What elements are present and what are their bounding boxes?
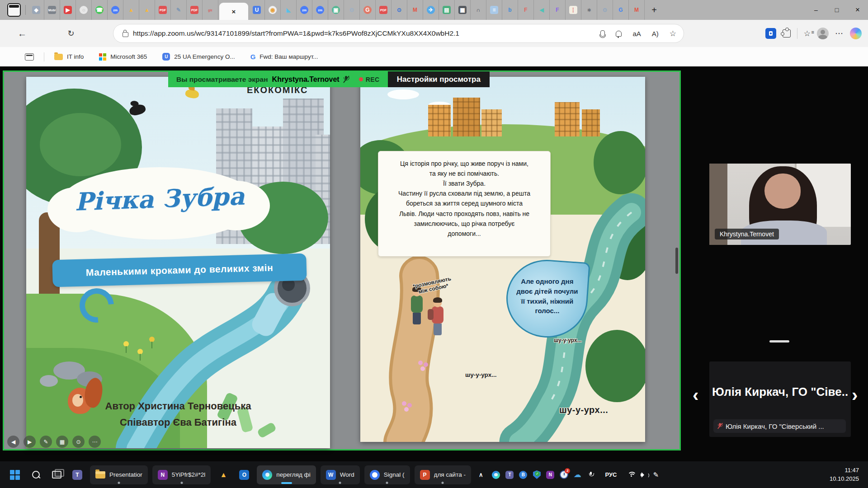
- copilot-icon[interactable]: [850, 28, 862, 39]
- defender-tray-icon[interactable]: ✓: [530, 465, 543, 484]
- tray-overflow-chevron[interactable]: ∧: [474, 471, 488, 478]
- new-tab-button[interactable]: +: [647, 3, 661, 17]
- google-drive-tab[interactable]: ▲: [139, 0, 155, 20]
- search-taskbar-button[interactable]: [26, 465, 45, 484]
- outlook-taskbar-button[interactable]: O: [235, 465, 254, 484]
- taskbar-clock[interactable]: 11:47 10.10.2025: [830, 466, 863, 483]
- notifications-icon[interactable]: [616, 31, 622, 37]
- edge-tray-icon[interactable]: [489, 465, 503, 484]
- figma-tab[interactable]: F: [550, 0, 566, 20]
- translate-icon[interactable]: aA: [632, 30, 641, 38]
- voice-search-icon[interactable]: [600, 30, 605, 37]
- zoom-meeting-tab[interactable]: ×: [219, 3, 248, 20]
- zoom-tab[interactable]: zm: [312, 0, 328, 20]
- classroom-tab[interactable]: G: [360, 0, 376, 20]
- tab-workspaces-icon[interactable]: [7, 3, 21, 17]
- extensions-icon[interactable]: [783, 29, 791, 38]
- onenote-doc-taskbar-button[interactable]: N5YiPfr$2#*2l: [152, 465, 211, 484]
- refresh-button[interactable]: ↻: [64, 27, 78, 40]
- gmail-tab[interactable]: M: [407, 0, 423, 20]
- minimize-button[interactable]: –: [806, 0, 826, 20]
- back-button[interactable]: ←: [15, 27, 29, 40]
- zoom-tab[interactable]: zm: [297, 0, 312, 20]
- annotate-button[interactable]: ✎: [40, 436, 52, 448]
- close-tab-icon[interactable]: ×: [232, 8, 236, 15]
- giz-tab[interactable]: giz: [203, 0, 218, 20]
- pdf-tab[interactable]: PDF: [376, 0, 392, 20]
- google-tab[interactable]: G: [613, 0, 629, 20]
- password-manager-icon[interactable]: [765, 28, 776, 39]
- document-scrollbar-thumb[interactable]: [675, 248, 678, 274]
- view-settings-button[interactable]: Настройки просмотра: [388, 71, 490, 87]
- youtube-tab[interactable]: ▶: [60, 0, 76, 20]
- palette-tab[interactable]: ⋮: [566, 0, 581, 20]
- copilot-swirl-tab[interactable]: ◉: [265, 0, 281, 20]
- address-bar[interactable]: https://app.zoom.us/wc/93147101899/start…: [113, 24, 684, 43]
- web-editor-tab[interactable]: ✎: [171, 0, 187, 20]
- mobiform-tab[interactable]: Mobi: [44, 0, 60, 20]
- mic-tray-icon[interactable]: [584, 465, 598, 484]
- bookmark-it-info[interactable]: IT info: [54, 53, 84, 60]
- onedrive-tray-icon[interactable]: ☁: [571, 465, 584, 484]
- profile-avatar[interactable]: [817, 28, 829, 39]
- zoom-tab[interactable]: zm: [108, 0, 123, 20]
- teams-tray-icon[interactable]: T: [503, 465, 516, 484]
- whatsapp-tab[interactable]: ☎: [92, 0, 108, 20]
- search-tab[interactable]: ⊙: [597, 0, 613, 20]
- panel-resize-handle[interactable]: [769, 340, 789, 343]
- maximize-button[interactable]: □: [826, 0, 847, 20]
- search-tab[interactable]: ⊙: [344, 0, 360, 20]
- bluetooth-tray-icon[interactable]: B: [516, 465, 530, 484]
- bing-tab[interactable]: b: [502, 0, 518, 20]
- bookmark-fwd-route[interactable]: GFwd: Ваш маршрут...: [250, 53, 318, 61]
- zoom-tool-button[interactable]: ⊙: [72, 436, 85, 448]
- url-text[interactable]: https://app.zoom.us/wc/93147101899/start…: [133, 29, 600, 38]
- bookmark-microsoft-365[interactable]: Microsoft 365: [99, 53, 147, 61]
- alarm-tray-icon[interactable]: 2: [557, 465, 571, 484]
- participant-video-tile[interactable]: Khrystyna.Ternovet: [709, 164, 851, 245]
- share-diagram-tab[interactable]: ◆: [28, 0, 44, 20]
- onenote-tray-icon[interactable]: N: [543, 465, 557, 484]
- search-tab[interactable]: ⊙: [392, 0, 407, 20]
- edge-file-view-taskbar-button[interactable]: перегляд фі: [257, 465, 316, 484]
- read-aloud-icon[interactable]: A): [652, 30, 659, 38]
- bookmarks-grid-icon[interactable]: [25, 53, 34, 61]
- figma-tab[interactable]: F: [518, 0, 534, 20]
- apps-grid-button[interactable]: ▦: [56, 436, 68, 448]
- box-app-tab[interactable]: ▣: [328, 0, 344, 20]
- more-tools-button[interactable]: ⋯: [89, 436, 101, 448]
- ai-studio-tab[interactable]: ◣: [281, 0, 297, 20]
- sheets-tab[interactable]: ▤: [439, 0, 455, 20]
- favorites-icon[interactable]: ☆: [804, 29, 811, 38]
- next-participant-arrow[interactable]: ›: [852, 386, 858, 404]
- page-next-button[interactable]: ▶: [24, 436, 36, 448]
- copilot-dark-tab[interactable]: ∩: [471, 0, 486, 20]
- gmail-tab[interactable]: M: [629, 0, 645, 20]
- bookmark-ua-emergency[interactable]: U25 UA Emergency O...: [162, 53, 235, 61]
- google-drive-tab[interactable]: ▲: [123, 0, 139, 20]
- signal-taskbar-button[interactable]: Signal (: [364, 465, 410, 484]
- favorite-star-icon[interactable]: ☆: [670, 29, 676, 38]
- task-view-taskbar-button[interactable]: [47, 465, 66, 484]
- openai-tab[interactable]: ∗: [581, 0, 597, 20]
- grid-app-tab[interactable]: ▦: [455, 0, 471, 20]
- pdf-tab[interactable]: PDF: [155, 0, 171, 20]
- ua-emergency-tab[interactable]: U: [249, 0, 265, 20]
- loading-site-tab[interactable]: ○: [76, 0, 92, 20]
- start-taskbar-button[interactable]: [5, 465, 24, 484]
- docs-tab[interactable]: ≡: [486, 0, 502, 20]
- teams-taskbar-button[interactable]: T: [68, 465, 87, 484]
- google-drive-taskbar-button[interactable]: ▲: [214, 465, 233, 484]
- next-participant-tile[interactable]: Юлія Киркач, ГО "Сіве... Юлія Киркач, ГО…: [709, 361, 851, 437]
- settings-more-icon[interactable]: ⋯: [835, 28, 844, 38]
- powerpoint-site-taskbar-button[interactable]: Pдля сайта -: [415, 465, 471, 484]
- status-icons[interactable]: ✎: [624, 471, 662, 479]
- language-indicator[interactable]: РУС: [599, 471, 622, 478]
- close-button[interactable]: ×: [847, 0, 868, 20]
- previous-participant-arrow[interactable]: ‹: [693, 386, 698, 404]
- page-prev-button[interactable]: ◀: [7, 436, 19, 448]
- media-player-tab[interactable]: ◀: [534, 0, 550, 20]
- explorer-presentation-taskbar-button[interactable]: Presentatior: [90, 465, 148, 484]
- pdf-tab[interactable]: PDF: [187, 0, 203, 20]
- word-taskbar-button[interactable]: WWord: [321, 465, 360, 484]
